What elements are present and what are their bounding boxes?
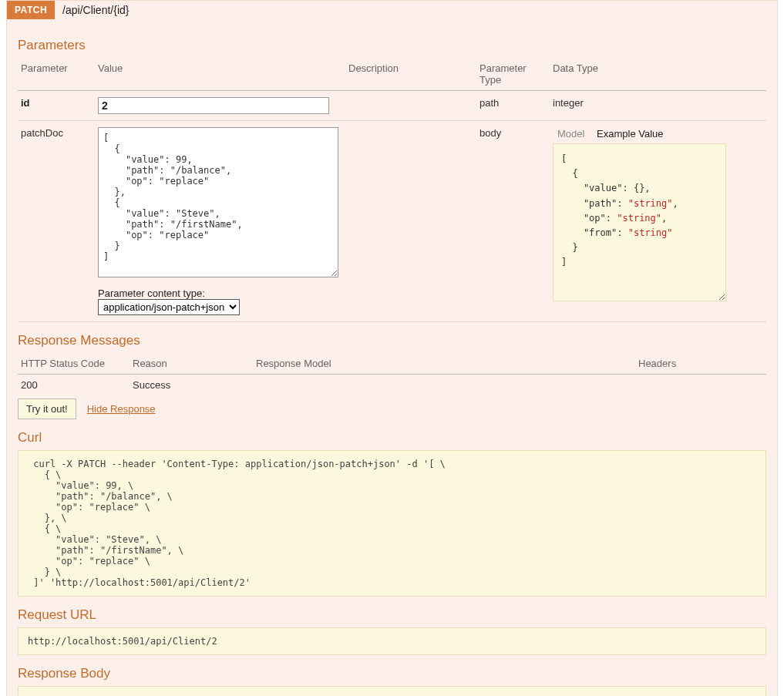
curl-heading: Curl xyxy=(18,430,766,446)
col-headers: Headers xyxy=(635,353,766,375)
param-desc-id xyxy=(345,91,476,121)
response-messages-table: HTTP Status Code Reason Response Model H… xyxy=(18,353,766,395)
content-type-select[interactable]: application/json-patch+json xyxy=(98,299,240,315)
content-type-label: Parameter content type: xyxy=(98,287,342,299)
resp-code: 200 xyxy=(18,375,130,396)
col-param-type: Parameter Type xyxy=(476,58,550,91)
param-name-id: id xyxy=(18,91,95,121)
curl-block[interactable]: curl -X PATCH --header 'Content-Type: ap… xyxy=(18,450,766,597)
hide-response-link[interactable]: Hide Response xyxy=(87,403,156,415)
col-parameter: Parameter xyxy=(18,58,95,91)
http-method-badge: PATCH xyxy=(7,1,55,19)
example-value-box[interactable]: [ { "value": {}, "path": "string", "op":… xyxy=(553,143,726,301)
param-desc-patchdoc xyxy=(345,121,476,322)
col-description: Description xyxy=(345,58,476,91)
param-name-patchdoc: patchDoc xyxy=(18,121,95,322)
col-status-code: HTTP Status Code xyxy=(18,353,130,375)
response-row-200: 200 Success xyxy=(18,375,766,396)
tab-model[interactable]: Model xyxy=(553,127,589,140)
endpoint-path: /api/Client/{id} xyxy=(55,1,136,19)
patchdoc-body-input[interactable] xyxy=(98,127,338,277)
request-url-block[interactable]: http://localhost:5001/api/Client/2 xyxy=(18,627,766,655)
response-body-heading: Response Body xyxy=(18,666,766,681)
col-data-type: Data Type xyxy=(550,58,766,91)
operation-patch-client: PATCH /api/Client/{id} Parameters Parame… xyxy=(6,0,778,696)
param-datatype-id: integer xyxy=(550,91,766,121)
response-messages-heading: Response Messages xyxy=(18,333,766,348)
col-reason: Reason xyxy=(130,353,253,375)
col-response-model: Response Model xyxy=(253,353,635,375)
id-input[interactable] xyxy=(98,97,329,114)
param-row-patchdoc: patchDoc Parameter content type: applica… xyxy=(18,121,766,322)
try-it-out-button[interactable]: Try it out! xyxy=(18,398,76,419)
operation-header[interactable]: PATCH /api/Client/{id} xyxy=(7,1,777,19)
parameters-heading: Parameters xyxy=(18,38,766,53)
datatype-tabs: Model Example Value xyxy=(553,127,763,140)
resp-reason: Success xyxy=(130,375,253,396)
parameters-table: Parameter Value Description Parameter Ty… xyxy=(18,58,766,322)
request-url-heading: Request URL xyxy=(18,607,766,623)
param-type-patchdoc: body xyxy=(476,121,550,322)
param-type-id: path xyxy=(476,91,550,121)
response-body-block[interactable]: no content xyxy=(18,686,766,696)
tab-example-value[interactable]: Example Value xyxy=(592,127,668,140)
param-row-id: id path integer xyxy=(18,91,766,121)
col-value: Value xyxy=(95,58,345,91)
